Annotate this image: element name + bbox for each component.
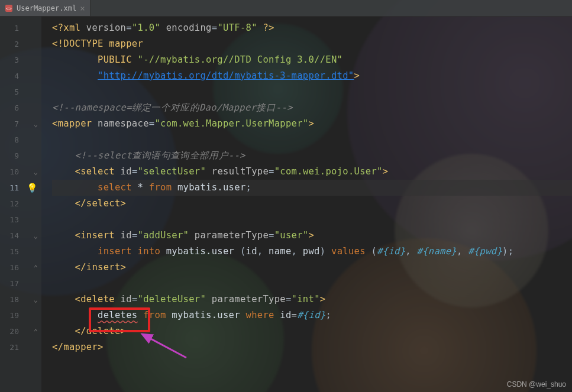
sql-error-token: deletes [98, 310, 137, 320]
line-number: 12 [0, 196, 41, 212]
line-number: 7⌄ [0, 116, 41, 132]
code-line: <delete id="deleteUser" parameterType="i… [52, 291, 572, 307]
code-line: <?xml version="1.0" encoding="UTF-8" ?> [52, 20, 572, 36]
lightbulb-icon[interactable]: 💡 [27, 180, 38, 196]
line-number: 2 [0, 36, 41, 52]
code-line-current: select * from mybatis.user; [52, 180, 572, 196]
code-line: <!--namespace=绑定一个对应的Dao/Mapper接口--> [52, 100, 572, 116]
code-line [52, 212, 572, 228]
code-line: </insert> [52, 260, 572, 276]
code-line: <!--select查询语句查询全部用户--> [52, 148, 572, 164]
tab-usermapper[interactable]: <> UserMapper.xml × [0, 0, 91, 16]
watermark: CSDN @wei_shuo [507, 380, 566, 388]
code-line [52, 276, 572, 291]
code-line [52, 132, 572, 148]
code-line: </delete> [52, 323, 572, 339]
line-number: 6 [0, 100, 41, 116]
code-line: PUBLIC "-//mybatis.org//DTD Config 3.0//… [52, 52, 572, 68]
chevron-down-icon[interactable]: ⌄ [34, 291, 38, 307]
tab-bar: <> UserMapper.xml × [0, 0, 572, 17]
line-number: 19 [0, 307, 41, 323]
line-number: 16⌃ [0, 260, 41, 276]
xml-file-icon: <> [5, 4, 13, 12]
line-number-current: 11💡 [0, 180, 41, 196]
chevron-up-icon[interactable]: ⌃ [34, 323, 38, 339]
line-number: 18⌄ [0, 291, 41, 307]
line-number: 13 [0, 212, 41, 228]
code-editor[interactable]: 1 2 3 4 5 6 7⌄ 8 9 10⌄ 11💡 12 13 14⌄ 15 … [0, 17, 572, 392]
code-line: </mapper> [52, 339, 572, 355]
svg-text:<>: <> [6, 6, 12, 11]
line-number: 10⌄ [0, 164, 41, 180]
chevron-down-icon[interactable]: ⌄ [34, 164, 38, 180]
line-number: 4 [0, 68, 41, 84]
code-line: <!DOCTYPE mapper [52, 36, 572, 52]
chevron-down-icon[interactable]: ⌄ [34, 116, 38, 132]
line-number: 1 [0, 20, 41, 36]
line-number: 14⌄ [0, 228, 41, 244]
code-line: insert into mybatis.user (id, name, pwd)… [52, 244, 572, 260]
line-number: 9 [0, 148, 41, 164]
line-number: 3 [0, 52, 41, 68]
line-number: 20⌃ [0, 323, 41, 339]
chevron-up-icon[interactable]: ⌃ [34, 260, 38, 276]
close-icon[interactable]: × [80, 4, 85, 12]
code-line: <insert id="addUser" parameterType="user… [52, 228, 572, 244]
gutter: 1 2 3 4 5 6 7⌄ 8 9 10⌄ 11💡 12 13 14⌄ 15 … [0, 17, 41, 392]
code-line: </select> [52, 196, 572, 212]
code-area[interactable]: <?xml version="1.0" encoding="UTF-8" ?> … [41, 17, 572, 392]
tab-filename: UserMapper.xml [17, 4, 76, 12]
line-number: 5 [0, 84, 41, 100]
code-line [52, 84, 572, 100]
line-number: 8 [0, 132, 41, 148]
code-line: "http://mybatis.org/dtd/mybatis-3-mapper… [52, 68, 572, 84]
line-number: 15 [0, 244, 41, 260]
code-line: deletes from mybatis.user where id=#{id}… [52, 307, 572, 323]
code-line: <select id="selectUser" resultType="com.… [52, 164, 572, 180]
line-number: 21 [0, 339, 41, 355]
chevron-down-icon[interactable]: ⌄ [34, 228, 38, 244]
code-line: <mapper namespace="com.wei.Mapper.UserMa… [52, 116, 572, 132]
line-number: 17 [0, 276, 41, 291]
